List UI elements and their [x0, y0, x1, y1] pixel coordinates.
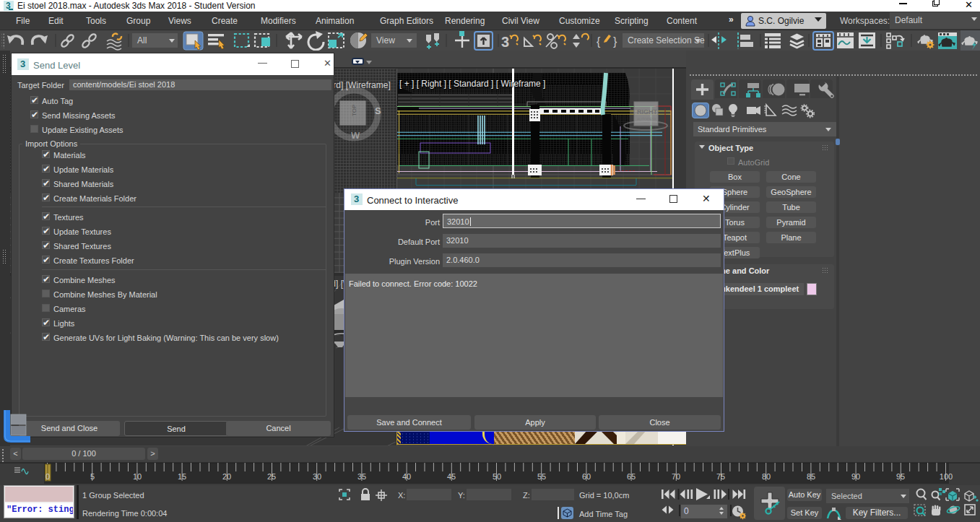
svg-text:RIGHT: RIGHT — [637, 108, 658, 116]
svg-text:W: W — [351, 130, 360, 141]
svg-text:Create Selection Se: Create Selection Se — [628, 35, 705, 45]
svg-text:{: { — [597, 35, 601, 48]
svg-text:3: 3 — [501, 34, 509, 50]
svg-text:All: All — [137, 35, 147, 45]
svg-text:}: } — [613, 35, 617, 48]
svg-text:S: S — [375, 105, 381, 116]
svg-text:View: View — [376, 35, 395, 45]
svg-text:AUTODESK: AUTODESK — [637, 117, 657, 121]
svg-text:TOP: TOP — [351, 105, 357, 116]
